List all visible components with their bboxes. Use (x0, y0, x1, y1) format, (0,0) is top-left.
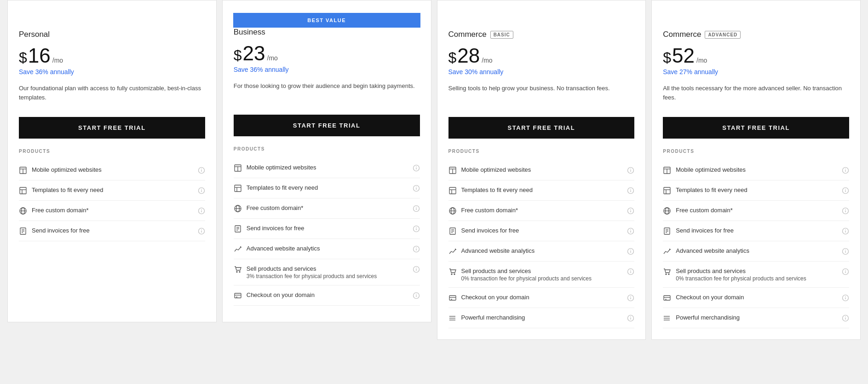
feature-text-wrap: Sell products and services 3% transactio… (247, 265, 377, 279)
info-icon[interactable] (842, 294, 849, 302)
feature-item: Checkout on your domain (663, 288, 849, 308)
feature-text-wrap: Mobile optimized websites (32, 166, 102, 174)
products-label: PRODUCTS (663, 149, 849, 154)
info-icon[interactable] (627, 167, 634, 174)
feature-left: Sell products and services 3% transactio… (234, 265, 413, 279)
info-icon[interactable] (842, 268, 849, 275)
info-icon[interactable] (627, 207, 634, 215)
info-icon[interactable] (198, 227, 205, 235)
products-label: PRODUCTS (234, 146, 420, 151)
info-icon[interactable] (198, 187, 205, 194)
info-icon[interactable] (413, 292, 420, 299)
feature-sub: 0% transaction fee for physical products… (461, 275, 592, 282)
feature-text-wrap: Advanced website analytics (247, 244, 320, 253)
info-icon[interactable] (627, 268, 634, 275)
info-icon[interactable] (198, 167, 205, 174)
feature-text: Send invoices for free (247, 224, 305, 233)
banner-spacer (19, 13, 205, 30)
cart-icon (234, 265, 242, 273)
svg-rect-101 (449, 296, 456, 300)
feature-text: Advanced website analytics (461, 247, 535, 255)
template-icon (448, 186, 457, 195)
invoice-icon (234, 225, 242, 233)
svg-point-55 (236, 272, 237, 273)
features-list: Mobile optimized websites Templates to f… (234, 158, 420, 306)
info-icon[interactable] (413, 185, 420, 192)
template-icon (663, 186, 671, 195)
features-list: Mobile optimized websites Templates to f… (19, 160, 205, 241)
svg-point-106 (630, 296, 631, 297)
info-icon[interactable] (627, 248, 634, 255)
website-icon (19, 166, 27, 175)
save-text[interactable]: Save 36% annually (234, 66, 420, 73)
merch-icon (663, 314, 671, 322)
plan-price: $ 28 /mo (448, 46, 635, 66)
feature-item: Templates to fit every need (19, 180, 205, 201)
plan-name: Personal (19, 30, 205, 39)
save-text[interactable]: Save 27% annually (663, 68, 849, 76)
info-icon[interactable] (413, 205, 420, 212)
info-icon[interactable] (413, 225, 420, 233)
info-icon[interactable] (627, 187, 634, 194)
plan-price: $ 23 /mo (234, 43, 420, 64)
price-dollar: $ (19, 49, 27, 66)
info-icon[interactable] (842, 227, 849, 235)
info-icon[interactable] (842, 167, 849, 174)
feature-item: Advanced website analytics (234, 239, 420, 259)
feature-item: Checkout on your domain (448, 288, 635, 308)
cta-button[interactable]: START FREE TRIAL (19, 117, 205, 139)
price-mo: /mo (52, 57, 63, 64)
feature-text-wrap: Checkout on your domain (247, 291, 315, 299)
svg-point-5 (201, 169, 202, 169)
feature-text-wrap: Mobile optimized websites (247, 163, 316, 172)
info-icon[interactable] (842, 187, 849, 194)
plan-price: $ 52 /mo (663, 46, 849, 66)
feature-left: Mobile optimized websites (448, 166, 627, 175)
svg-rect-72 (449, 187, 456, 194)
feature-text-wrap: Free custom domain* (247, 204, 304, 212)
feature-left: Mobile optimized websites (234, 163, 413, 172)
feature-text-wrap: Send invoices for free (676, 227, 734, 235)
svg-point-165 (845, 316, 846, 317)
info-icon[interactable] (413, 164, 420, 172)
info-icon[interactable] (842, 248, 849, 255)
feature-left: Checkout on your domain (234, 291, 413, 300)
save-text[interactable]: Save 30% annually (448, 68, 635, 76)
svg-point-77 (630, 189, 631, 190)
info-icon[interactable] (627, 227, 634, 235)
info-icon[interactable] (413, 266, 420, 273)
feature-item: Send invoices for free (19, 221, 205, 241)
feature-text-wrap: Free custom domain* (676, 206, 733, 215)
feature-item: Sell products and services 0% transactio… (448, 262, 635, 288)
info-icon[interactable] (627, 294, 634, 302)
feature-text: Mobile optimized websites (461, 166, 531, 174)
svg-point-156 (845, 296, 846, 297)
feature-text: Mobile optimized websites (32, 166, 102, 174)
feature-text: Mobile optimized websites (676, 166, 746, 174)
plan-card-commerce-basic: CommerceBASIC $ 28 /mo Save 30% annually… (437, 0, 646, 340)
feature-text-wrap: Templates to fit every need (676, 186, 747, 194)
feature-sub: 3% transaction fee for physical products… (247, 273, 377, 279)
cta-button[interactable]: START FREE TRIAL (663, 117, 849, 139)
info-icon[interactable] (842, 207, 849, 215)
svg-point-30 (416, 166, 417, 167)
feature-text: Free custom domain* (676, 206, 733, 215)
feature-left: Free custom domain* (663, 206, 842, 215)
cta-button[interactable]: START FREE TRIAL (234, 115, 420, 136)
cta-button[interactable]: START FREE TRIAL (448, 117, 635, 139)
template-icon (234, 184, 242, 192)
svg-point-90 (630, 229, 631, 230)
feature-text-wrap: Advanced website analytics (461, 247, 535, 255)
feature-item: Send invoices for free (663, 221, 849, 241)
info-icon[interactable] (413, 245, 420, 253)
globe-icon (663, 207, 671, 215)
merch-icon (448, 314, 457, 322)
price-dollar: $ (448, 49, 457, 66)
info-icon[interactable] (842, 314, 849, 322)
info-icon[interactable] (627, 314, 634, 322)
feature-text: Sell products and services (676, 267, 806, 275)
save-text[interactable]: Save 36% annually (19, 68, 205, 76)
feature-text: Templates to fit every need (676, 186, 747, 194)
svg-point-83 (630, 209, 631, 210)
info-icon[interactable] (198, 207, 205, 215)
